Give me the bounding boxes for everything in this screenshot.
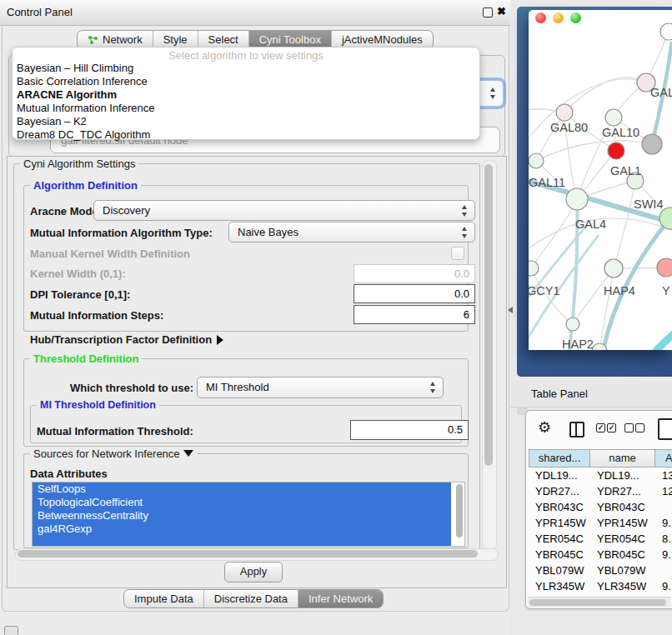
table-cell[interactable]: YPR145W (529, 515, 590, 531)
table-row[interactable]: YDR27...YDR27...12 (529, 483, 672, 499)
mi-steps-field[interactable]: 6 (354, 305, 475, 324)
table-cell[interactable]: 8. (655, 531, 672, 547)
attribute-item-selected[interactable]: gal4RGexp (33, 522, 451, 536)
unchecked-checkbox-icon[interactable] (624, 423, 634, 432)
table-cell[interactable]: 9. (655, 515, 672, 531)
table-cell[interactable]: YDL19... (590, 468, 655, 483)
table-cell[interactable]: YDR27... (529, 483, 590, 499)
table-row[interactable]: YER054CYER054C8. (529, 531, 672, 547)
node-gray[interactable] (642, 134, 662, 154)
mi-threshold-field[interactable]: 0.5 (350, 420, 469, 440)
label-swi4: SWI4 (634, 198, 663, 211)
table-cell[interactable]: YDR27... (590, 483, 655, 499)
unchecked-checkbox-icon[interactable] (635, 423, 644, 432)
tab-network[interactable]: Network (78, 31, 153, 48)
splitter-collapse-icon[interactable] (508, 307, 513, 313)
network-window[interactable]: GAL GAL80 GAL10 GAL1 GAL11 SWI4 GAL4 GCY… (529, 10, 672, 350)
apply-button[interactable]: Apply (224, 562, 283, 582)
attributes-scrollbar[interactable] (456, 484, 463, 538)
node-gal4[interactable] (566, 188, 588, 210)
table-cell[interactable]: YER054C (590, 531, 655, 547)
checked-checkbox-icon[interactable]: ✓ (596, 423, 605, 432)
table-row[interactable]: YPR145WYPR145W9. (529, 515, 672, 531)
settings-vertical-scrollbar[interactable] (482, 160, 497, 550)
table-cell[interactable]: YBR045C (529, 547, 590, 562)
table-cell[interactable]: YLR345W (590, 578, 655, 594)
kernel-width-field[interactable]: 0.0 (354, 264, 475, 283)
table-row[interactable]: YBL079WYBL079W (529, 562, 672, 578)
tab-impute-data[interactable]: Impute Data (124, 590, 204, 608)
which-threshold-combobox[interactable]: MI Threshold (197, 377, 444, 398)
node-selected-red[interactable] (608, 142, 624, 159)
table-row[interactable]: YDL19...YDL19...13 (529, 468, 672, 483)
table-cell[interactable]: YPR145W (590, 515, 655, 531)
dropdown-item[interactable]: Mutual Information Inference (13, 102, 479, 115)
table-cell[interactable] (655, 562, 672, 578)
column-header-shared-name[interactable]: shared... (529, 449, 590, 468)
table-cell[interactable]: YBR043C (529, 499, 590, 515)
scrollbar-thumb[interactable] (529, 599, 666, 606)
dropdown-item-selected[interactable]: ARACNE Algorithm (13, 88, 479, 102)
node-salmon[interactable] (657, 258, 672, 277)
node-gal80[interactable] (556, 104, 573, 121)
tab-jactivemnodules[interactable]: jActiveMNodules (332, 31, 433, 48)
table-cell[interactable]: YBR043C (590, 499, 655, 515)
scrollbar-thumb[interactable] (484, 164, 493, 466)
attribute-item-partial (33, 536, 451, 546)
gear-icon[interactable]: ⚙ (538, 420, 551, 435)
table-cell[interactable] (655, 499, 672, 515)
node-unlabeled[interactable] (660, 23, 672, 40)
table-cell[interactable]: YLR345W (529, 578, 590, 594)
table-row[interactable]: YBR045CYBR045C9. (529, 547, 672, 562)
table-cell[interactable]: 13 (655, 468, 672, 483)
column-header-name[interactable]: name (590, 449, 655, 468)
checked-checkbox-icon[interactable]: ✓ (607, 423, 616, 432)
node-gcy1[interactable] (529, 261, 539, 276)
network-canvas[interactable]: GAL GAL80 GAL10 GAL1 GAL11 SWI4 GAL4 GCY… (529, 10, 672, 350)
node-hap2[interactable] (566, 318, 579, 331)
data-attributes-list[interactable]: SelfLoops TopologicalCoefficient Between… (32, 482, 465, 547)
tab-infer-network[interactable]: Infer Network (298, 590, 383, 608)
table-horizontal-scrollbar[interactable] (528, 597, 671, 608)
mi-type-combobox[interactable]: Naive Bayes (228, 222, 475, 242)
attribute-item-selected[interactable]: SelfLoops (33, 482, 451, 496)
node-hap4[interactable] (604, 259, 623, 278)
dock-corner-icon[interactable] (4, 626, 18, 635)
export-table-icon[interactable] (658, 418, 672, 440)
float-window-icon[interactable] (483, 8, 493, 18)
dpi-tolerance-field[interactable]: 0.0 (354, 284, 475, 303)
tab-select[interactable]: Select (198, 31, 249, 48)
settings-horizontal-scrollbar[interactable] (15, 548, 499, 561)
hub-definition-expander[interactable]: Hub/Transcription Factor Definition (30, 333, 223, 346)
dropdown-item[interactable]: Dream8 DC_TDC Algorithm (13, 128, 479, 142)
aracne-mode-combobox[interactable]: Discovery (93, 200, 475, 221)
table-row[interactable]: YLR345WYLR345W9. (529, 578, 672, 594)
tab-discretize-data[interactable]: Discretize Data (204, 590, 298, 608)
table-row[interactable]: YBR043CYBR043C (529, 499, 672, 515)
dropdown-item[interactable]: Basic Correlation Inference (13, 75, 479, 88)
table-cell[interactable]: YER054C (529, 531, 590, 547)
column-header-truncated[interactable]: A (655, 449, 672, 468)
attribute-item-selected[interactable]: TopologicalCoefficient (33, 496, 451, 509)
table-cell[interactable]: 9. (655, 578, 672, 594)
table-cell[interactable]: 9. (655, 547, 672, 562)
table-cell[interactable]: YBL079W (590, 562, 655, 578)
dropdown-item[interactable]: Bayesian – K2 (13, 115, 479, 128)
attribute-item-selected[interactable]: BetweennessCentrality (33, 509, 451, 522)
dropdown-item[interactable]: Bayesian – Hill Climbing (13, 62, 479, 75)
close-icon[interactable]: ✖ (497, 5, 506, 18)
tab-cyni-toolbox[interactable]: Cyni Toolbox (249, 31, 332, 48)
manual-kernel-checkbox[interactable] (451, 247, 464, 260)
tab-network-label: Network (103, 33, 143, 46)
table-cell[interactable]: 12 (655, 483, 672, 499)
table-cell[interactable]: YBR045C (590, 547, 655, 562)
tab-style[interactable]: Style (153, 31, 198, 48)
scrollbar-thumb[interactable] (18, 550, 478, 558)
table-cell[interactable]: YDL19... (529, 468, 590, 483)
table-cell[interactable]: YBL079W (529, 562, 590, 578)
sources-group-title[interactable]: Sources for Network Inference (30, 448, 197, 460)
node-gal10[interactable] (605, 109, 622, 126)
sources-title-text: Sources for Network Inference (33, 448, 180, 460)
columns-icon[interactable] (569, 422, 584, 438)
node-gal11[interactable] (529, 153, 544, 168)
